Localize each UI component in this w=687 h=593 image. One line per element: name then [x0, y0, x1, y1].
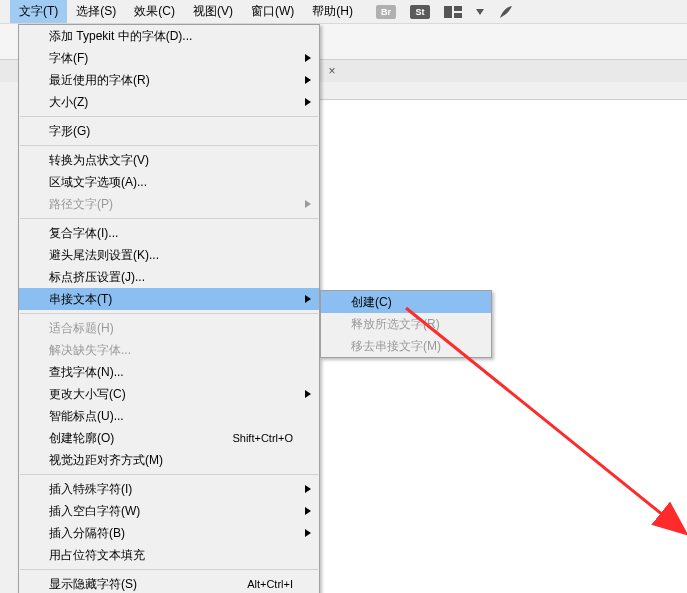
feather-icon[interactable] [498, 4, 514, 20]
menu-item-insert-break[interactable]: 插入分隔符(B) [19, 522, 319, 544]
submenu-arrow-icon [305, 76, 311, 84]
bridge-icon[interactable]: Br [376, 5, 396, 19]
menu-label: 文字(T) [19, 3, 58, 20]
submenu-item-create[interactable]: 创建(C) [321, 291, 491, 313]
menu-separator [20, 313, 318, 314]
shortcut-label: Shift+Ctrl+O [232, 432, 293, 444]
menu-item-mojikumi[interactable]: 标点挤压设置(J)... [19, 266, 319, 288]
close-icon: × [328, 64, 335, 78]
submenu-arrow-icon [305, 98, 311, 106]
menu-label: 选择(S) [76, 3, 116, 20]
menu-separator [20, 116, 318, 117]
submenu-arrow-icon [305, 54, 311, 62]
menu-item-font[interactable]: 字体(F) [19, 47, 319, 69]
menu-item-insert-special[interactable]: 插入特殊字符(I) [19, 478, 319, 500]
menu-item-area-type-options[interactable]: 区域文字选项(A)... [19, 171, 319, 193]
submenu-arrow-icon [305, 507, 311, 515]
menu-item-insert-whitespace[interactable]: 插入空白字符(W) [19, 500, 319, 522]
stock-icon[interactable]: St [410, 5, 430, 19]
menu-separator [20, 569, 318, 570]
menubar-right-icons: Br St [376, 0, 514, 23]
submenu-arrow-icon [305, 485, 311, 493]
chevron-down-icon[interactable] [476, 9, 484, 15]
menu-item-path-type: 路径文字(P) [19, 193, 319, 215]
arrange-documents-icon[interactable] [444, 6, 462, 18]
menu-type[interactable]: 文字(T) [10, 0, 67, 23]
menu-item-placeholder-text[interactable]: 用占位符文本填充 [19, 544, 319, 566]
menu-item-kinsoku[interactable]: 避头尾法则设置(K)... [19, 244, 319, 266]
type-menu-dropdown: 添加 Typekit 中的字体(D)... 字体(F) 最近使用的字体(R) 大… [18, 24, 320, 593]
menu-item-recent-fonts[interactable]: 最近使用的字体(R) [19, 69, 319, 91]
menu-label: 帮助(H) [312, 3, 353, 20]
close-tab-button[interactable]: × [324, 63, 340, 79]
submenu-arrow-icon [305, 200, 311, 208]
submenu-arrow-icon [305, 295, 311, 303]
menu-item-glyphs[interactable]: 字形(G) [19, 120, 319, 142]
menu-item-composite-fonts[interactable]: 复合字体(I)... [19, 222, 319, 244]
menu-separator [20, 474, 318, 475]
svg-rect-1 [454, 6, 462, 11]
menu-item-threaded-text[interactable]: 串接文本(T) [19, 288, 319, 310]
threaded-text-submenu: 创建(C) 释放所选文字(R) 移去串接文字(M) [320, 290, 492, 358]
menu-item-smart-punctuation[interactable]: 智能标点(U)... [19, 405, 319, 427]
submenu-item-release-selection: 释放所选文字(R) [321, 313, 491, 335]
menu-item-find-font[interactable]: 查找字体(N)... [19, 361, 319, 383]
ruler-vertical [0, 82, 20, 593]
menu-item-resolve-missing-fonts: 解决缺失字体... [19, 339, 319, 361]
menu-item-convert-point[interactable]: 转换为点状文字(V) [19, 149, 319, 171]
menu-separator [20, 145, 318, 146]
menu-help[interactable]: 帮助(H) [303, 0, 362, 23]
menu-item-add-typekit[interactable]: 添加 Typekit 中的字体(D)... [19, 25, 319, 47]
menu-item-fit-headline: 适合标题(H) [19, 317, 319, 339]
submenu-arrow-icon [305, 529, 311, 537]
submenu-item-remove-threading: 移去串接文字(M) [321, 335, 491, 357]
svg-rect-0 [444, 6, 452, 18]
menubar: 文字(T) 选择(S) 效果(C) 视图(V) 窗口(W) 帮助(H) Br S… [0, 0, 687, 24]
shortcut-label: Alt+Ctrl+I [247, 578, 293, 590]
menu-window[interactable]: 窗口(W) [242, 0, 303, 23]
menu-label: 效果(C) [134, 3, 175, 20]
svg-rect-2 [454, 13, 462, 18]
menu-item-change-case[interactable]: 更改大小写(C) [19, 383, 319, 405]
menu-label: 窗口(W) [251, 3, 294, 20]
menu-item-show-hidden-chars[interactable]: 显示隐藏字符(S)Alt+Ctrl+I [19, 573, 319, 593]
menu-separator [20, 218, 318, 219]
menu-label: 视图(V) [193, 3, 233, 20]
menu-item-size[interactable]: 大小(Z) [19, 91, 319, 113]
menu-view[interactable]: 视图(V) [184, 0, 242, 23]
menu-effect[interactable]: 效果(C) [125, 0, 184, 23]
menu-item-create-outlines[interactable]: 创建轮廓(O)Shift+Ctrl+O [19, 427, 319, 449]
menu-item-optical-margin[interactable]: 视觉边距对齐方式(M) [19, 449, 319, 471]
menu-select[interactable]: 选择(S) [67, 0, 125, 23]
submenu-arrow-icon [305, 390, 311, 398]
